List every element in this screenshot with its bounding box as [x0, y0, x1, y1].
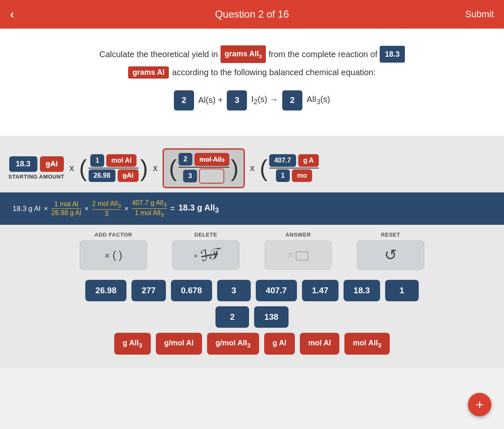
question-area: Calculate the theoretical yield in grams…: [0, 29, 504, 136]
result-frac-2: 2 mol AlI3 3: [92, 200, 121, 218]
paren-open-2: (: [169, 156, 177, 180]
answer-button[interactable]: =: [265, 240, 332, 270]
num-tile[interactable]: 1: [385, 280, 419, 301]
result-answer: 18.3 g AlI3: [178, 203, 219, 215]
f3-bot-unit[interactable]: mo: [292, 169, 312, 182]
f1-bot-num[interactable]: 26.98: [89, 169, 116, 182]
num-tile[interactable]: 3: [217, 280, 251, 301]
rf1-line: [51, 208, 81, 209]
f2-bot-empty[interactable]: [199, 168, 224, 184]
num-tile[interactable]: 0.678: [171, 280, 212, 301]
f3-top-num[interactable]: 407.7: [269, 154, 296, 167]
f3-bot-num[interactable]: 1: [276, 169, 290, 182]
result-row: 18.3 g Al × 1 mol Al 26.98 g Al × 2 mol …: [0, 192, 504, 225]
question-mid-text: from the complete reaction of: [268, 47, 377, 62]
factor-2-fraction: 2 mol AlI₃ 3: [178, 153, 229, 184]
unit-tile[interactable]: mol Al: [300, 333, 339, 355]
reset-icon: ↺: [384, 246, 397, 264]
num-tile[interactable]: 2: [215, 306, 249, 328]
f2-top-unit[interactable]: mol AlI₃: [194, 153, 229, 166]
starting-value[interactable]: 18.3: [9, 156, 37, 172]
num-tile[interactable]: 407.7: [256, 280, 297, 301]
delete-icon: × ℐ𝒯: [194, 246, 218, 264]
rf2-den: 3: [105, 210, 108, 218]
result-times1: ×: [44, 205, 48, 213]
delete-label: DELETE: [194, 232, 217, 238]
header-title: Question 2 of 16: [215, 8, 289, 20]
coeff-1[interactable]: 2: [174, 90, 194, 111]
multiply-x-2: x: [153, 163, 158, 174]
f2-bot-num[interactable]: 3: [183, 170, 197, 182]
answer-label: ANSWER: [286, 232, 311, 238]
paren-open-3: (: [260, 156, 268, 180]
f1-top-unit[interactable]: mol Al: [106, 154, 136, 167]
add-factor-button[interactable]: × ( ): [80, 240, 147, 270]
result-frac-1: 1 mol Al 26.98 g Al: [51, 200, 81, 217]
factor-3-bottom: 1 mo: [276, 169, 312, 182]
reset-button[interactable]: ↺: [357, 240, 424, 270]
back-button[interactable]: ‹: [10, 8, 14, 21]
submit-button[interactable]: Submit: [465, 9, 494, 20]
answer-icon: =: [288, 250, 309, 261]
unit-tile[interactable]: g Al: [264, 333, 295, 355]
f3-top-unit[interactable]: g A: [298, 154, 319, 167]
multiply-x-3: x: [250, 163, 255, 174]
question-post-text: according to the following balanced chem…: [172, 68, 376, 77]
f3-line: [269, 168, 319, 168]
add-factor-group: ADD FACTOR × ( ): [80, 232, 147, 270]
factor-1-group: ( 1 mol Al 26.98 gAl ): [79, 154, 148, 182]
factor-2-top: 2 mol AlI₃: [178, 153, 229, 166]
f2-top-num[interactable]: 2: [178, 153, 192, 166]
num-tile[interactable]: 138: [254, 306, 288, 328]
paren-close-1: ): [140, 156, 148, 180]
rf1-num: 1 mol Al: [54, 200, 78, 208]
num-tiles-row2: 2138: [34, 306, 470, 328]
unit-tile[interactable]: mol AlI3: [344, 333, 390, 355]
num-tile[interactable]: 277: [131, 280, 165, 301]
factor-1-top: 1 mol Al: [90, 154, 136, 167]
factor-1-bottom: 26.98 gAl: [89, 169, 139, 182]
rf3-line: [132, 208, 167, 209]
question-pre-text: Calculate the theoretical yield in: [99, 47, 218, 62]
add-factor-label: ADD FACTOR: [94, 232, 132, 238]
num-tile[interactable]: 18.3: [344, 280, 380, 301]
unit-tile[interactable]: g/mol Al: [156, 333, 202, 355]
delete-button[interactable]: × ℐ𝒯: [172, 240, 239, 270]
factor-1-fraction: 1 mol Al 26.98 gAl: [89, 154, 139, 182]
rf2-line: [92, 209, 121, 210]
rf3-num: 407.7 g AlI3: [132, 199, 167, 208]
result-frac-3: 407.7 g AlI3 1 mol AlI3: [132, 199, 167, 218]
num-tile[interactable]: 26.98: [85, 280, 126, 301]
f1-line: [89, 168, 139, 168]
unit-tile[interactable]: g AlI3: [114, 333, 151, 355]
result-start: 18.3 g Al: [13, 205, 40, 213]
highlight-183: 18.3: [380, 46, 404, 63]
f1-bot-unit[interactable]: gAl: [118, 169, 139, 182]
species-3: AlI3(s): [307, 95, 330, 106]
coeff-3[interactable]: 2: [282, 90, 302, 111]
question-line2: grams Al according to the following bala…: [34, 66, 470, 79]
starting-label: STARTING AMOUNT: [8, 174, 64, 180]
factor-3-fraction: 407.7 g A 1 mo: [269, 154, 319, 182]
factor-2-group: ( 2 mol AlI₃ 3 ): [163, 148, 245, 188]
unit-tiles-row: g AlI3g/mol Alg/mol AlI3g Almol Almol Al…: [34, 333, 470, 355]
starting-unit[interactable]: gAl: [40, 156, 64, 172]
reset-group: RESET ↺: [357, 232, 424, 270]
factor-row: 18.3 gAl STARTING AMOUNT x ( 1 mol Al 26…: [0, 144, 504, 192]
result-times2: ×: [84, 205, 89, 213]
add-factor-icon: × ( ): [105, 249, 123, 262]
f1-top-num[interactable]: 1: [90, 154, 104, 167]
num-tile[interactable]: 1.47: [302, 280, 339, 301]
num-tiles-row1: 26.982770.6783407.71.4718.31: [34, 280, 470, 301]
starting-amount: 18.3 gAl STARTING AMOUNT: [8, 156, 64, 180]
rf2-num: 2 mol AlI3: [92, 200, 121, 209]
rf3-den: 1 mol AlI3: [135, 209, 164, 218]
coeff-2[interactable]: 3: [227, 90, 247, 111]
unit-tile[interactable]: g/mol AlI3: [207, 333, 259, 355]
multiply-x-1: x: [69, 163, 74, 174]
factor-2-bottom: 3: [183, 168, 224, 184]
calc-area: 18.3 gAl STARTING AMOUNT x ( 1 mol Al 26…: [0, 136, 504, 368]
species-1: Al(s) +: [198, 95, 223, 105]
fab-button[interactable]: +: [468, 393, 491, 416]
factor-3-top: 407.7 g A: [269, 154, 319, 167]
